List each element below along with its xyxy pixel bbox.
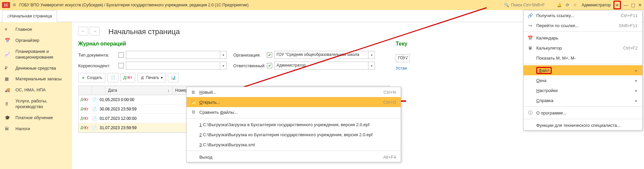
doc-icon: 📄 <box>92 116 97 121</box>
doc-type-select[interactable] <box>126 51 227 59</box>
menu-get-link[interactable]: 🔗Получить ссылку...Ctrl+F11 <box>524 10 642 20</box>
sidebar-item-materials[interactable]: ▦Материальные запасы <box>0 74 72 85</box>
menu-windows[interactable]: Окна▸ <box>524 75 642 85</box>
separator <box>187 118 401 118</box>
doc-type-label: Тип документа: <box>78 53 118 58</box>
org-label: Организация: <box>233 53 267 58</box>
journal-toolbar: ＋Создать 📄 ДтКт 🖨Печать▾ 📊 <box>78 73 390 82</box>
create-label: Создать <box>87 75 102 80</box>
sidebar-item-main[interactable]: ≡Главное <box>0 24 72 35</box>
menu-recent-2[interactable]: 2 C:\Выгрузка\Выгрузка из Бухгалтерия го… <box>187 130 401 140</box>
calculator-icon: 🖩 <box>527 46 534 51</box>
org-checkbox[interactable]: ✔ <box>267 52 272 58</box>
goto-icon: ↪ <box>527 23 534 28</box>
resp-select[interactable]: Администратор <box>274 62 375 70</box>
dt-badge: Дт <box>81 98 84 101</box>
home-tab[interactable]: ⌂ Начальная страница <box>2 10 57 22</box>
menu-about[interactable]: ⓘО программе... <box>524 108 642 118</box>
submenu-arrow-icon: ▸ <box>635 98 638 103</box>
menu-help[interactable]: Справка▸ <box>524 95 642 105</box>
print-label: Печать <box>146 75 159 80</box>
menu-recent-1[interactable]: 1 C:\Выгрузка\Загрузка в Бухгалтерия гос… <box>187 119 401 130</box>
new-icon: 🗎 <box>190 90 197 95</box>
nav-forward-button[interactable]: → <box>90 27 100 35</box>
menu-label: Функции для технического специалиста... <box>536 123 638 128</box>
org-select[interactable]: ГОУ "Средняя общеобразовательная школа <box>274 51 375 59</box>
sidebar-item-label: Главное <box>15 27 32 32</box>
service-menu-button[interactable]: ≡ <box>613 1 621 9</box>
truck-icon: 🚚 <box>5 87 11 93</box>
menu-settings[interactable]: Настройки▸ <box>524 85 642 95</box>
right-pane-title: Теку <box>396 41 409 47</box>
list-icon: ≡ <box>5 27 11 32</box>
home-icon: ⌂ <box>7 13 10 18</box>
maximize-button[interactable]: ▢ <box>631 2 635 8</box>
sidebar-item-assets[interactable]: 🚚ОС, НМА, НПА <box>0 85 72 96</box>
sliders-icon: 🎚 <box>5 101 11 107</box>
doc-type-checkbox[interactable] <box>118 52 124 58</box>
menu-compare[interactable]: ⧉Сравнить файлы... <box>187 107 401 117</box>
resp-label: Ответственный: <box>233 63 267 68</box>
print-button[interactable]: 🖨Печать▾ <box>137 73 166 82</box>
right-link[interactable]: Устан <box>396 66 409 71</box>
history-icon[interactable]: ⟳ <box>566 3 569 7</box>
global-search[interactable]: 🔍 Поиск Ctrl+Shift+F <box>504 3 545 7</box>
user-label[interactable]: Администратор <box>582 3 611 7</box>
mnemonic: ф <box>220 110 224 115</box>
resp-checkbox[interactable]: ✔ <box>267 63 272 68</box>
mnemonic: 1 <box>199 122 202 127</box>
sidebar-item-taxes[interactable]: 🏛Налоги <box>0 123 72 135</box>
right-select[interactable]: ГОУ " <box>396 54 410 62</box>
dtkt-button[interactable]: ДтКт <box>120 73 135 82</box>
sidebar-item-label: Платное обучение <box>15 115 53 121</box>
menu-calculator[interactable]: 🖩КалькуляторCtrl+F2 <box>524 43 642 53</box>
menu-memory[interactable]: Показать M, M+, M- <box>524 53 642 63</box>
menu-go-link[interactable]: ↪Перейти по ссылке...Shift+F11 <box>524 20 642 30</box>
shortcut: Ctrl+F11 <box>621 13 638 18</box>
main-menu-button[interactable]: ≡ <box>13 2 16 8</box>
sidebar-item-planning[interactable]: 📈Планирование и санкционирование <box>0 46 72 63</box>
menu-recent-3[interactable]: 3 C:\Выгрузка\Выгрузка.xml <box>187 140 401 150</box>
sidebar-item-label: Планирование и санкционирование <box>15 49 53 60</box>
date-cell: 30.06.2023 23:59:59 <box>97 107 139 111</box>
sidebar-item-label: ОС, НМА, НПА <box>15 87 46 93</box>
menu-new[interactable]: 🗎ННовый...овый...Ctrl+N <box>187 87 401 97</box>
menu-label: Получить ссылку... <box>536 13 607 18</box>
star-icon[interactable]: ☆ <box>573 3 577 7</box>
nav-back-button[interactable]: ← <box>78 27 88 35</box>
org-value: ГОУ "Средняя общеобразовательная школа <box>275 51 375 58</box>
plus-icon: ＋ <box>81 75 85 81</box>
menu-tech[interactable]: Функции для технического специалиста... <box>524 120 642 130</box>
menu-file[interactable]: Файл▸ <box>524 65 642 75</box>
copy-button[interactable]: 📄 <box>107 73 118 82</box>
menu-label: Показать M, M+, M- <box>536 56 638 61</box>
window-title: ГОБУ ВПО Университет искусств (Субсидия)… <box>19 3 248 7</box>
dt-badge: Дт <box>81 116 84 120</box>
corr-checkbox[interactable] <box>118 63 124 68</box>
menu-label: О программе... <box>536 110 638 115</box>
mnemonic: 3 <box>199 142 202 147</box>
separator <box>524 64 642 64</box>
close-button[interactable]: ✕ <box>638 2 642 8</box>
th-date[interactable]: Дата <box>108 88 117 93</box>
create-button[interactable]: ＋Создать <box>78 73 105 82</box>
menu-label: Календарь <box>536 35 638 40</box>
sidebar-item-services[interactable]: 🎚Услуги, работы, производство <box>0 96 72 112</box>
menu-exit[interactable]: ВыходAlt+F4 <box>187 152 401 162</box>
menu-calendar[interactable]: 📅Календарь <box>524 33 642 43</box>
minimize-button[interactable]: — <box>624 2 628 8</box>
separator <box>524 106 642 107</box>
sidebar-item-money[interactable]: ₽Денежные средства <box>0 63 72 74</box>
bell-icon[interactable]: 🔔 <box>557 3 562 7</box>
sidebar-item-paid-edu[interactable]: 🎓Платное обучение <box>0 112 72 123</box>
sidebar-item-organizer[interactable]: 📅Органайзер <box>0 35 72 46</box>
corr-select[interactable] <box>126 62 227 70</box>
sidebar-item-label: Денежные средства <box>15 66 56 71</box>
date-cell: 01.07.2023 12:00:00 <box>97 116 139 121</box>
menu-open[interactable]: 📂Открыть...Ctrl+O <box>187 97 401 107</box>
report-button[interactable]: 📊 <box>168 73 179 82</box>
dt-badge: Дт <box>81 126 84 130</box>
printer-icon: 🖨 <box>140 75 144 80</box>
home-tab-label: Начальная страница <box>10 13 52 18</box>
mnemonic: Н <box>536 88 539 93</box>
